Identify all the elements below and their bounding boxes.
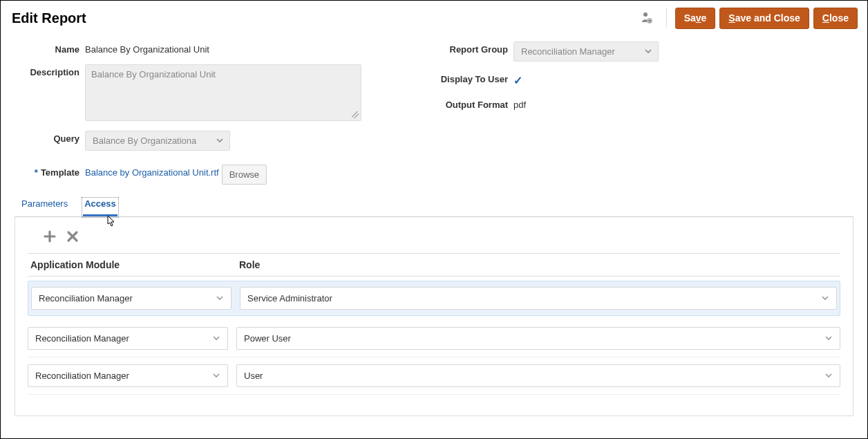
role-value: User [244,371,263,381]
user-role-icon[interactable]: ? [640,11,654,25]
page-title: Edit Report [12,10,86,26]
table-row[interactable]: Reconciliation Manager User [28,357,840,395]
app-module-value: Reconciliation Manager [35,333,129,344]
grid-header: Application Module Role [28,253,840,277]
svg-text:?: ? [648,19,651,24]
save-close-label: Save and Close [728,12,800,24]
report-group-select[interactable]: Reconciliation Manager [513,41,659,62]
chevron-down-icon [212,334,220,342]
toolbar [28,230,840,253]
chevron-down-icon [216,294,224,302]
role-select[interactable]: Power User [236,327,840,350]
chevron-down-icon [644,47,652,55]
description-label: Description [21,64,85,77]
role-value: Service Administrator [247,293,332,303]
display-to-user-label: Display To User [431,71,513,84]
app-module-select[interactable]: Reconciliation Manager [28,327,228,350]
header-bar: Edit Report ? Save Save and Close Close [1,1,867,35]
report-group-label: Report Group [431,41,513,55]
check-icon: ✓ [513,71,522,87]
resize-handle-icon[interactable] [352,111,359,118]
table-row[interactable]: Reconciliation Manager Power User [28,320,840,357]
chevron-down-icon [824,371,833,380]
chevron-down-icon [824,334,833,342]
header-actions: ? Save Save and Close Close [640,8,858,29]
query-value: Balance By Organizationa [93,136,196,146]
form-right-col: Report Group Reconciliation Manager Disp… [431,41,659,194]
close-button[interactable]: Close [813,8,858,29]
save-button[interactable]: Save [675,8,716,29]
tab-parameters[interactable]: Parameters [21,198,68,216]
name-value: Balance By Organizational Unit [85,41,209,55]
browse-button[interactable]: Browse [222,165,267,185]
role-select[interactable]: User [236,364,840,387]
form-area: Name Balance By Organizational Unit Desc… [1,35,867,194]
app-module-select[interactable]: Reconciliation Manager [31,287,232,310]
app-module-value: Reconciliation Manager [35,371,129,381]
chevron-down-icon [821,294,829,302]
template-label: *Template [21,165,85,178]
close-label: Close [822,12,849,24]
col-header-role: Role [236,259,840,270]
app-module-select[interactable]: Reconciliation Manager [28,364,228,387]
app-module-value: Reconciliation Manager [39,293,133,303]
role-value: Power User [244,333,291,344]
chevron-down-icon [216,136,224,144]
tab-access[interactable]: Access [83,198,117,216]
query-label: Query [21,131,85,144]
role-select[interactable]: Service Administrator [240,287,837,310]
output-format-value: pdf [513,97,526,110]
description-textarea[interactable]: Balance By Organizational Unit [85,64,361,121]
report-group-value: Reconciliation Manager [521,46,615,57]
tabs: Parameters Access [1,194,867,216]
table-row[interactable]: Reconciliation Manager Service Administr… [28,281,840,316]
divider [666,8,667,28]
svg-point-0 [643,12,648,17]
add-icon[interactable] [43,230,57,243]
name-label: Name [21,41,85,55]
col-header-app: Application Module [28,259,236,270]
save-and-close-button[interactable]: Save and Close [719,8,809,29]
output-format-label: Output Format [431,97,513,110]
description-value: Balance By Organizational Unit [91,69,216,80]
save-label: Save [684,12,707,24]
template-link[interactable]: Balance by Organizational Unit.rtf [85,165,219,178]
chevron-down-icon [212,371,220,380]
access-panel: Application Module Role Reconciliation M… [15,216,853,416]
query-select[interactable]: Balance By Organizationa [85,131,230,151]
form-left-col: Name Balance By Organizational Unit Desc… [21,41,361,194]
delete-icon[interactable] [66,230,79,243]
